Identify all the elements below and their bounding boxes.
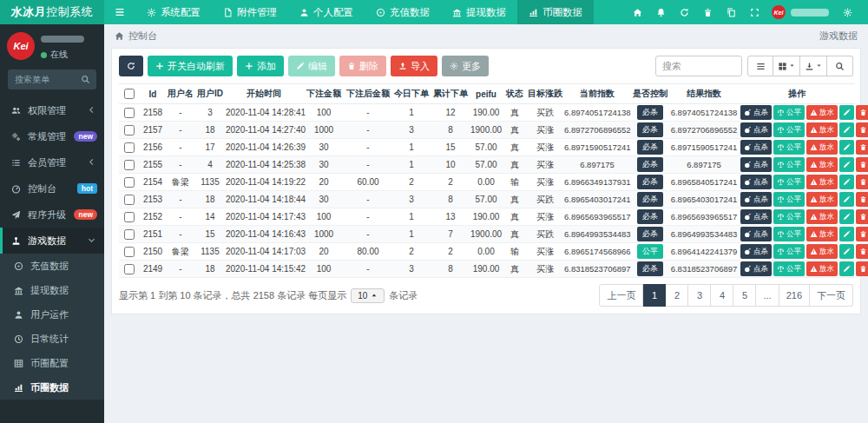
fair-button[interactable]: 公平 (773, 209, 805, 224)
page-size-select[interactable]: 10 (351, 288, 385, 303)
fair-button[interactable]: 公平 (773, 122, 805, 137)
sidebar-item-4[interactable]: 程序升级new (0, 202, 104, 228)
fullscreen-search-button[interactable] (827, 56, 853, 76)
delete-button[interactable]: 删除 (339, 56, 386, 76)
row-edit-button[interactable] (839, 209, 854, 224)
kill-button[interactable]: 点杀 (740, 140, 772, 155)
water-button[interactable]: 放水 (806, 261, 838, 276)
water-button[interactable]: 放水 (806, 175, 838, 189)
fair-button[interactable]: 公平 (773, 105, 805, 120)
sidebar-subitem-2[interactable]: 用户运作 (0, 302, 104, 327)
row-delete-button[interactable] (856, 105, 868, 120)
row-edit-button[interactable] (839, 140, 854, 155)
sidebar-subitem-3[interactable]: 日常统计 (0, 327, 104, 351)
page-216[interactable]: 216 (779, 284, 810, 307)
header-avatar[interactable]: Kei (772, 5, 786, 19)
fair-button[interactable]: 公平 (773, 175, 805, 189)
row-delete-button[interactable] (856, 157, 868, 172)
topnav-item-4[interactable]: 提现数据 (441, 0, 517, 24)
refresh-button[interactable] (673, 8, 696, 17)
row-delete-button[interactable] (856, 192, 868, 207)
water-button[interactable]: 放水 (806, 157, 838, 172)
sidebar-subitem-5[interactable]: 币圈数据 (0, 375, 104, 400)
add-button[interactable]: 添加 (237, 56, 284, 76)
row-checkbox[interactable] (124, 195, 135, 205)
prev-page-button[interactable]: 上一页 (599, 284, 643, 307)
row-checkbox[interactable] (124, 229, 135, 240)
kill-button[interactable]: 点杀 (740, 122, 772, 137)
sidebar-item-1[interactable]: 常规管理new (0, 123, 104, 149)
page-2[interactable]: 2 (666, 284, 688, 307)
fair-button[interactable]: 公平 (773, 227, 805, 241)
home-button[interactable] (626, 8, 649, 17)
kill-button[interactable]: 点杀 (740, 261, 772, 276)
row-delete-button[interactable] (856, 244, 868, 259)
copy-button[interactable] (720, 8, 743, 17)
topnav-item-5[interactable]: 币圈数据 (517, 0, 594, 24)
sidebar-subitem-1[interactable]: 提现数据 (0, 278, 104, 302)
water-button[interactable]: 放水 (806, 122, 838, 137)
expand-button[interactable] (743, 8, 766, 17)
fair-button[interactable]: 公平 (773, 157, 805, 172)
fair-button[interactable]: 公平 (773, 261, 805, 276)
import-button[interactable]: 导入 (391, 56, 437, 76)
row-edit-button[interactable] (839, 122, 854, 137)
select-all-checkbox[interactable] (124, 89, 135, 99)
row-edit-button[interactable] (839, 192, 854, 207)
kill-button[interactable]: 点杀 (740, 105, 772, 120)
row-edit-button[interactable] (839, 157, 854, 172)
kill-button[interactable]: 点杀 (740, 244, 772, 259)
edit-button[interactable]: 编辑 (288, 56, 335, 76)
sidebar-item-0[interactable]: 权限管理 (0, 97, 104, 123)
page-3[interactable]: 3 (688, 284, 711, 307)
row-delete-button[interactable] (856, 140, 868, 155)
pagination-switch-button[interactable] (747, 56, 773, 76)
sidebar-item-2[interactable]: 会员管理 (0, 149, 104, 175)
page-5[interactable]: 5 (733, 284, 756, 307)
bell-button[interactable] (649, 8, 673, 17)
auto-refresh-button[interactable]: 开关自动刷新 (148, 56, 233, 76)
next-page-button[interactable]: 下一页 (810, 284, 853, 307)
row-checkbox[interactable] (124, 125, 135, 135)
kill-button[interactable]: 点杀 (740, 192, 772, 207)
topnav-item-1[interactable]: 附件管理 (212, 0, 288, 24)
row-edit-button[interactable] (839, 105, 854, 120)
kill-button[interactable]: 点杀 (740, 209, 772, 224)
fair-button[interactable]: 公平 (773, 244, 805, 259)
page-1[interactable]: 1 (643, 284, 666, 307)
refresh-button[interactable] (119, 56, 143, 76)
topnav-item-0[interactable]: 系统配置 (135, 0, 212, 24)
columns-button[interactable] (773, 56, 800, 76)
row-delete-button[interactable] (856, 209, 868, 224)
sidebar-item-3[interactable]: 控制台hot (0, 175, 104, 202)
row-delete-button[interactable] (856, 227, 868, 241)
sidebar-toggle-button[interactable] (104, 0, 135, 24)
settings-button[interactable] (836, 8, 859, 17)
water-button[interactable]: 放水 (806, 227, 838, 241)
row-edit-button[interactable] (839, 261, 854, 276)
row-checkbox[interactable] (124, 142, 135, 153)
table-search-input[interactable] (655, 56, 742, 76)
kill-button[interactable]: 点杀 (740, 157, 772, 172)
sidebar-subitem-0[interactable]: 充值数据 (0, 254, 104, 278)
row-checkbox[interactable] (124, 108, 135, 118)
row-delete-button[interactable] (856, 175, 868, 189)
row-checkbox[interactable] (124, 160, 135, 170)
water-button[interactable]: 放水 (806, 105, 838, 120)
water-button[interactable]: 放水 (806, 209, 838, 224)
sidebar-subitem-4[interactable]: 币圈配置 (0, 351, 104, 375)
water-button[interactable]: 放水 (806, 140, 838, 155)
fair-button[interactable]: 公平 (773, 140, 805, 155)
kill-button[interactable]: 点杀 (740, 227, 772, 241)
topnav-item-3[interactable]: 充值数据 (365, 0, 441, 24)
row-checkbox[interactable] (124, 247, 135, 257)
more-button[interactable]: 更多 (442, 56, 489, 76)
row-edit-button[interactable] (839, 244, 854, 259)
trash-button[interactable] (696, 8, 720, 17)
sidebar-item-5[interactable]: 游戏数据 (0, 228, 104, 254)
water-button[interactable]: 放水 (806, 244, 838, 259)
fair-button[interactable]: 公平 (773, 192, 805, 207)
water-button[interactable]: 放水 (806, 192, 838, 207)
row-delete-button[interactable] (856, 122, 868, 137)
export-button[interactable] (800, 56, 827, 76)
